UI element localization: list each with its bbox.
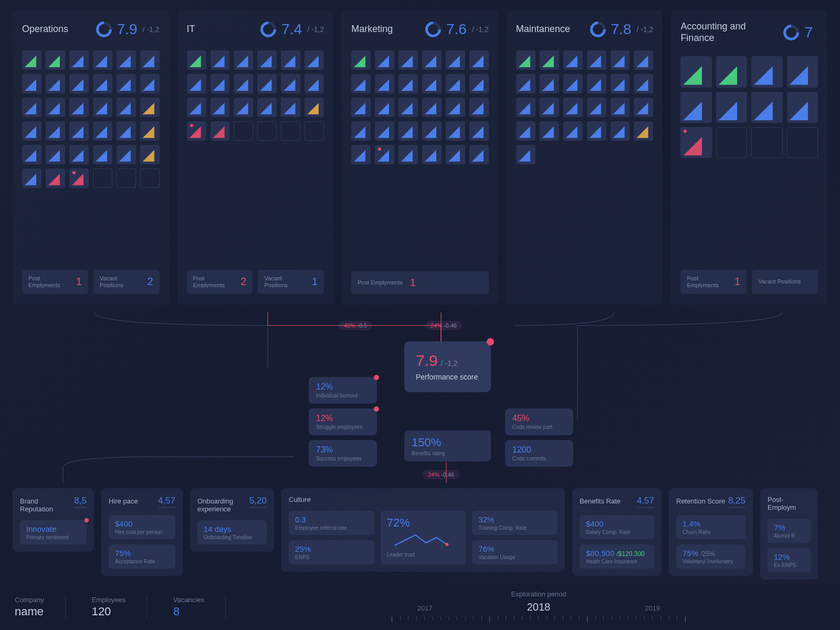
employee-tile[interactable]: [611, 74, 630, 93]
employee-tile[interactable]: [69, 121, 89, 141]
employee-tile[interactable]: [211, 98, 230, 117]
employee-tile[interactable]: [117, 121, 136, 141]
card-brand-reputation[interactable]: Brand Reputation8,5 InnovatePrimary sent…: [13, 488, 94, 552]
metric-burnout[interactable]: 12% Individual burnout: [309, 377, 377, 404]
employee-tile[interactable]: [716, 127, 747, 158]
employee-tile[interactable]: [187, 121, 206, 141]
employee-tile[interactable]: [281, 74, 300, 93]
employee-tile[interactable]: [716, 92, 747, 123]
employee-tile[interactable]: [516, 145, 536, 164]
employee-tile[interactable]: [46, 169, 65, 188]
employee-tile[interactable]: [587, 50, 606, 70]
employee-tile[interactable]: [46, 121, 65, 141]
employee-tile[interactable]: [93, 169, 112, 188]
leader-trust-chart[interactable]: 72% Leader trust: [381, 511, 466, 564]
employee-tile[interactable]: [211, 50, 230, 70]
employee-tile[interactable]: [540, 50, 559, 70]
employee-tile[interactable]: [351, 98, 371, 117]
employee-tile[interactable]: [634, 50, 653, 70]
employee-tile[interactable]: [234, 98, 253, 117]
employee-tile[interactable]: [611, 50, 630, 70]
employee-tile[interactable]: [257, 74, 277, 93]
dept-card-it[interactable]: IT 7.4 / -1,2 Post Emplyments2Vacant Pos…: [177, 10, 334, 304]
employee-tile[interactable]: [140, 169, 160, 188]
employee-tile[interactable]: [422, 98, 442, 117]
employee-tile[interactable]: [375, 50, 394, 70]
employee-tile[interactable]: [187, 98, 206, 117]
employee-tile[interactable]: [634, 74, 653, 93]
employee-tile[interactable]: [563, 98, 583, 117]
employee-tile[interactable]: [375, 74, 394, 93]
employee-tile[interactable]: [257, 98, 277, 117]
employee-tile[interactable]: [469, 74, 489, 93]
employee-tile[interactable]: [587, 74, 606, 93]
employee-tile[interactable]: [751, 56, 782, 87]
employee-tile[interactable]: [257, 50, 277, 70]
employee-tile[interactable]: [69, 145, 89, 164]
employee-tile[interactable]: [716, 56, 747, 87]
employee-tile[interactable]: [117, 98, 136, 117]
employee-tile[interactable]: [304, 98, 324, 117]
employee-tile[interactable]: [516, 74, 536, 93]
employee-tile[interactable]: [787, 56, 818, 87]
employee-tile[interactable]: [422, 145, 442, 164]
employee-tile[interactable]: [469, 98, 489, 117]
employee-tile[interactable]: [117, 74, 136, 93]
employee-tile[interactable]: [469, 50, 489, 70]
dept-card-accounting-and-finance[interactable]: Accounting and Finance 7 Post Emplyments…: [671, 10, 827, 304]
employee-tile[interactable]: [69, 169, 89, 188]
dept-card-operations[interactable]: Operations 7.9 / -1,2 Post Emplyments1Va…: [13, 10, 169, 304]
employee-tile[interactable]: [516, 121, 536, 141]
metric-success[interactable]: 73% Success empoyees: [309, 440, 377, 467]
employee-tile[interactable]: [211, 74, 230, 93]
employee-tile[interactable]: [22, 74, 41, 93]
employee-tile[interactable]: [93, 145, 112, 164]
employee-tile[interactable]: [611, 98, 630, 117]
employee-tile[interactable]: [351, 50, 371, 70]
employee-tile[interactable]: [680, 92, 711, 123]
employee-tile[interactable]: [446, 145, 465, 164]
employee-tile[interactable]: [751, 127, 782, 158]
metric-struggle[interactable]: 12% Struggle employees: [309, 408, 377, 435]
employee-tile[interactable]: [516, 98, 536, 117]
employee-tile[interactable]: [351, 74, 371, 93]
employee-tile[interactable]: [46, 145, 65, 164]
employee-tile[interactable]: [46, 50, 65, 70]
employee-tile[interactable]: [93, 121, 112, 141]
employee-tile[interactable]: [446, 121, 465, 141]
employee-tile[interactable]: [69, 98, 89, 117]
employee-tile[interactable]: [398, 145, 418, 164]
card-retention[interactable]: Retention Score8,25 1,4%Churn Ratio 75% …: [669, 488, 753, 576]
employee-tile[interactable]: [117, 169, 136, 188]
employee-tile[interactable]: [375, 121, 394, 141]
employee-tile[interactable]: [634, 98, 653, 117]
metric-commits[interactable]: 1200 Code commits: [505, 440, 573, 467]
employee-tile[interactable]: [446, 98, 465, 117]
employee-tile[interactable]: [22, 98, 41, 117]
employee-tile[interactable]: [375, 98, 394, 117]
employee-tile[interactable]: [540, 121, 559, 141]
employee-tile[interactable]: [304, 74, 324, 93]
employee-tile[interactable]: [351, 145, 371, 164]
employee-tile[interactable]: [93, 74, 112, 93]
employee-tile[interactable]: [93, 50, 112, 70]
employee-tile[interactable]: [446, 74, 465, 93]
employee-tile[interactable]: [234, 50, 253, 70]
employee-tile[interactable]: [398, 121, 418, 141]
employee-tile[interactable]: [540, 74, 559, 93]
card-culture[interactable]: Culture 0.3Employee referral rate 25%ENP…: [281, 488, 565, 572]
employee-tile[interactable]: [234, 74, 253, 93]
performance-score-card[interactable]: 7.9/ -1,2 Performance score: [404, 341, 491, 392]
employee-tile[interactable]: [22, 169, 41, 188]
employee-tile[interactable]: [22, 50, 41, 70]
exploration-timeline[interactable]: Exploration period 2017 2018 2019: [252, 590, 825, 624]
employee-tile[interactable]: [46, 74, 65, 93]
employee-tile[interactable]: [680, 127, 711, 158]
employee-tile[interactable]: [422, 121, 442, 141]
employee-tile[interactable]: [611, 121, 630, 141]
employee-tile[interactable]: [469, 145, 489, 164]
employee-tile[interactable]: [46, 98, 65, 117]
employee-tile[interactable]: [787, 92, 818, 123]
employee-tile[interactable]: [587, 121, 606, 141]
employee-tile[interactable]: [563, 121, 583, 141]
